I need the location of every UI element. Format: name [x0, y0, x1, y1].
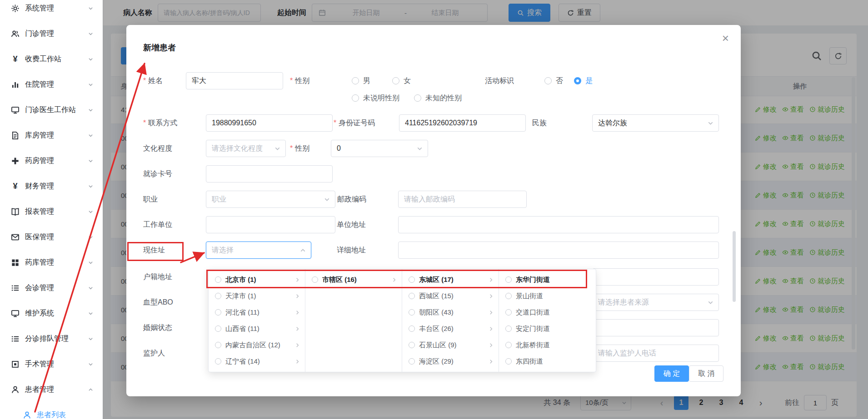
- cascader-option-shixiaqu[interactable]: 市辖区 (16): [305, 271, 402, 288]
- chevron-down-icon: [707, 299, 714, 306]
- cascader-option-shanxi[interactable]: 山西省 (11): [209, 320, 305, 337]
- cascader-option-tianjin[interactable]: 天津市 (1): [209, 288, 305, 304]
- cascader-option-dongsi[interactable]: 东四街道: [499, 353, 596, 370]
- add-patient-dialog: 新增患者 × 姓名 性别 男 女 活动标识 否 是 未说明性别 未知的性别 联系…: [126, 25, 741, 396]
- users-icon: [11, 30, 20, 38]
- sidebar-item-insurance[interactable]: 医保管理: [0, 224, 103, 250]
- current-address-label: 现住址: [143, 242, 165, 259]
- confirm-button[interactable]: 确 定: [654, 365, 689, 382]
- sidebar-item-outpatient[interactable]: 门诊管理: [0, 21, 103, 46]
- sidebar-item-triage-queue[interactable]: 分诊排队管理: [0, 326, 103, 351]
- sidebar-item-system[interactable]: 系统管理: [0, 0, 103, 21]
- current-address-select[interactable]: 请选择: [206, 242, 311, 259]
- name-input[interactable]: [186, 72, 283, 89]
- postal-code-input[interactable]: [398, 191, 527, 208]
- sidebar-item-consultation[interactable]: 会诊管理: [0, 275, 103, 301]
- gender-female-radio[interactable]: 女: [392, 72, 411, 89]
- name-label: 姓名: [143, 72, 163, 89]
- radio-icon: [409, 358, 415, 365]
- chevron-right-icon: [294, 293, 300, 299]
- cascader-option-fengtai[interactable]: 丰台区 (26): [402, 320, 499, 337]
- id-number-input[interactable]: [399, 114, 526, 132]
- cascader-option-neimenggu[interactable]: 内蒙古自治区 (12): [209, 337, 305, 353]
- active-flag-no-radio[interactable]: 否: [544, 72, 563, 89]
- visit-card-input[interactable]: [206, 165, 333, 182]
- sidebar-item-maintenance[interactable]: 维护系统: [0, 301, 103, 326]
- cascader-option-xicheng[interactable]: 西城区 (15): [402, 288, 499, 304]
- education-select[interactable]: 请选择文化程度: [206, 140, 286, 157]
- active-flag-yes-radio[interactable]: 是: [574, 72, 593, 89]
- chevron-down-icon: [88, 336, 94, 342]
- sidebar-item-finance[interactable]: ¥财务管理: [0, 173, 103, 199]
- gender-label: 性别: [290, 72, 309, 89]
- unit-address-input[interactable]: [398, 216, 719, 233]
- radio-icon: [544, 77, 552, 84]
- gender-unknown-radio[interactable]: 未知的性别: [414, 89, 462, 107]
- cascader-street-column: 东华门街道 景山街道 交道口街道 安定门街道 北新桥街道 东四街道: [499, 269, 596, 372]
- bar-chart-icon: [11, 80, 20, 89]
- cascader-option-shijingshan[interactable]: 石景山区 (9): [402, 337, 499, 353]
- cascader-option-jiaodaokou[interactable]: 交道口街道: [499, 304, 596, 320]
- cascader-option-jingshan[interactable]: 景山街道: [499, 288, 596, 304]
- chevron-right-icon: [294, 277, 300, 283]
- chevron-right-icon: [488, 310, 494, 315]
- book-icon: [11, 207, 20, 216]
- guardian-phone-input[interactable]: [592, 345, 719, 362]
- radio-icon: [215, 293, 221, 299]
- cascader-option-liaoning[interactable]: 辽宁省 (14): [209, 353, 305, 370]
- cascader-option-andingmen[interactable]: 安定门街道: [499, 320, 596, 337]
- gender-male-radio[interactable]: 男: [352, 72, 370, 89]
- sidebar-item-pharmacy[interactable]: 药房管理: [0, 148, 103, 173]
- cascader-option-dongcheng[interactable]: 东城区 (17): [402, 271, 499, 288]
- cascader-option-beijing[interactable]: 北京市 (1): [209, 271, 305, 288]
- sidebar-item-inpatient[interactable]: 住院管理: [0, 72, 103, 97]
- sidebar-item-patient-list[interactable]: 患者列表: [0, 402, 103, 419]
- gear-icon: [11, 4, 20, 13]
- cascader-district-column: 东城区 (17) 西城区 (15) 朝阳区 (43) 丰台区 (26) 石景山区…: [402, 269, 499, 372]
- work-unit-input[interactable]: [206, 216, 335, 233]
- patient-source-select[interactable]: 请选择患者来源: [592, 294, 719, 311]
- detail-address-label: 详细地址: [337, 242, 366, 259]
- cancel-button[interactable]: 取 消: [689, 365, 723, 382]
- chevron-down-icon: [416, 145, 423, 152]
- cascader-option-beixinqiao[interactable]: 北新桥街道: [499, 337, 596, 353]
- marital-row-input[interactable]: [592, 319, 719, 336]
- chevron-right-icon: [391, 277, 397, 283]
- sidebar: 系统管理 门诊管理 ¥收费工作站 住院管理 门诊医生工作站 库房管理 药房管理 …: [0, 0, 103, 419]
- chevron-down-icon: [88, 133, 94, 138]
- chevron-down-icon: [88, 56, 94, 62]
- chevron-down-icon: [88, 158, 94, 164]
- chevron-right-icon: [488, 359, 494, 365]
- ethnicity-select[interactable]: 达斡尔族: [592, 114, 719, 132]
- contact-input[interactable]: [206, 114, 333, 132]
- user-icon: [11, 385, 20, 394]
- occupation-select[interactable]: 职业: [206, 191, 335, 208]
- chevron-down-icon: [88, 260, 94, 266]
- radio-icon: [409, 342, 415, 348]
- household-row-input[interactable]: [592, 268, 719, 286]
- cascader-option-chaoyang[interactable]: 朝阳区 (43): [402, 304, 499, 320]
- user-icon: [23, 411, 31, 419]
- modal-scrollbar[interactable]: [733, 231, 736, 302]
- sidebar-item-patient-management[interactable]: 患者管理: [0, 377, 103, 402]
- sidebar-item-outpatient-doctor[interactable]: 门诊医生工作站: [0, 97, 103, 123]
- sidebar-item-drugstore[interactable]: 药库管理: [0, 250, 103, 275]
- marital-status-label: 婚姻状态: [143, 319, 172, 336]
- sidebar-item-report[interactable]: 报表管理: [0, 199, 103, 224]
- detail-address-input[interactable]: [398, 242, 719, 259]
- sidebar-item-surgery[interactable]: 手术管理: [0, 351, 103, 377]
- chevron-down-icon: [88, 183, 94, 189]
- sidebar-item-storeroom[interactable]: 库房管理: [0, 123, 103, 148]
- close-icon[interactable]: ×: [722, 32, 729, 44]
- radio-icon: [409, 276, 415, 283]
- radio-icon: [414, 94, 421, 102]
- chevron-down-icon: [707, 120, 714, 127]
- cascader-option-hebei[interactable]: 河北省 (11): [209, 304, 305, 320]
- gender2-select[interactable]: 0: [331, 140, 428, 157]
- cascader-option-haidian[interactable]: 海淀区 (29): [402, 353, 499, 370]
- sidebar-item-charge-station[interactable]: ¥收费工作站: [0, 46, 103, 72]
- cascader-option-donghuamen[interactable]: 东华门街道: [499, 271, 596, 288]
- radio-icon: [505, 309, 512, 315]
- gender-unstated-radio[interactable]: 未说明性别: [352, 89, 399, 107]
- radio-icon: [505, 325, 512, 332]
